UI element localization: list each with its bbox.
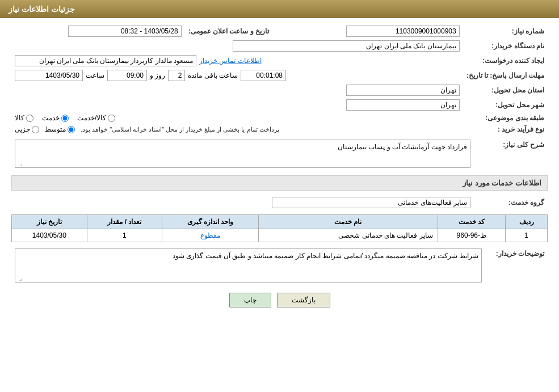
category-khedmat-radio[interactable] — [61, 115, 69, 122]
city-value — [11, 98, 463, 112]
days-label: روز و — [150, 71, 165, 79]
creator-input — [15, 55, 196, 66]
category-kala-radio[interactable] — [26, 115, 33, 122]
purchase-type-jozi: جزیی — [15, 125, 39, 133]
buyer-desc-cell: شرایط شرکت در مناقصه ضمیمه میگردد /تمامی… — [11, 247, 485, 284]
col-header-name: نام خدمت — [259, 215, 438, 229]
buyer-desc-text: شرایط شرکت در مناقصه ضمیمه میگردد /تمامی… — [173, 252, 478, 260]
description-cell: قرارداد جهت آزمایشات آب و پساب بیمارستان… — [11, 138, 474, 170]
purchase-type-motawaset: متوسط — [45, 125, 75, 133]
row-qty: 1 — [87, 229, 162, 242]
response-days-input — [168, 70, 185, 81]
response-deadline-label: مهلت ارسال پاسخ: تا تاریخ: — [463, 68, 548, 83]
province-label: استان محل تحویل: — [463, 83, 548, 98]
row-date: 1403/05/30 — [12, 229, 87, 242]
services-table: ردیف کد خدمت نام خدمت واحد اندازه گیری ت… — [11, 214, 548, 242]
announce-datetime-input — [68, 26, 182, 37]
need-number-input — [346, 26, 460, 37]
description-text: قرارداد جهت آزمایشات آب و پساب بیمارستان — [338, 143, 467, 151]
purchase-motawaset-radio[interactable] — [68, 126, 75, 133]
creator-value: اطلاعات تماس خریدار — [11, 53, 463, 68]
purchase-jozi-radio[interactable] — [32, 126, 39, 133]
buyer-name-value — [11, 39, 463, 53]
buyer-desc-label: توضیحات خریدار: — [485, 247, 548, 284]
purchase-note: پرداخت تمام یا بخشی از مبلغ خریدار از مح… — [81, 126, 279, 133]
category-kala-khedmat-label: کالا/خدمت — [77, 114, 106, 122]
service-group-label: گروه خدمت: — [474, 195, 548, 210]
row-number: 1 — [506, 229, 548, 242]
remaining-label: ساعت باقی مانده — [188, 71, 238, 79]
row-name: سایر فعالیت های خدماتی شخصی — [259, 229, 438, 242]
buyer-desc-table: توضیحات خریدار: شرایط شرکت در مناقصه ضمی… — [11, 247, 548, 284]
city-label: شهر محل تحویل: — [463, 98, 548, 112]
service-group-value — [11, 195, 474, 210]
purchase-type-row: پرداخت تمام یا بخشی از مبلغ خریدار از مح… — [11, 124, 463, 135]
buyer-resize-handle-icon: ⌟ — [16, 275, 22, 281]
button-group: بازگشت چاپ — [11, 293, 548, 307]
col-header-date: تاریخ نیاز — [12, 215, 87, 229]
creator-contact-link[interactable]: اطلاعات تماس خریدار — [199, 57, 262, 65]
city-input — [346, 99, 460, 111]
main-content: شماره نیاز: تاریخ و ساعت اعلان عمومی: نا… — [0, 18, 559, 322]
buyer-name-label: نام دستگاه خریدار: — [463, 39, 548, 53]
table-row: 1 ط-96-960 سایر فعالیت های خدماتی شخصی م… — [12, 229, 548, 242]
page-title: جزئیات اطلاعات نیاز — [9, 5, 75, 14]
response-time-input — [107, 70, 147, 81]
response-date-input — [15, 70, 83, 81]
description-box: قرارداد جهت آزمایشات آب و پساب بیمارستان… — [15, 140, 470, 168]
print-button[interactable]: چاپ — [229, 293, 271, 307]
response-remaining-input — [241, 70, 286, 81]
need-number-value — [289, 24, 463, 39]
category-khedmat-label: خدمت — [42, 114, 60, 122]
page-header: جزئیات اطلاعات نیاز — [0, 0, 559, 18]
province-value — [11, 83, 463, 98]
row-unit: مقطوع — [162, 229, 259, 242]
province-input — [346, 85, 460, 96]
announce-datetime-label: تاریخ و ساعت اعلان عمومی: — [185, 24, 272, 39]
category-kala-label: کالا — [15, 114, 24, 122]
purchase-motawaset-label: متوسط — [45, 125, 66, 133]
time-label: ساعت — [86, 71, 104, 79]
col-header-code: کد خدمت — [438, 215, 505, 229]
watermark-area: ردیف کد خدمت نام خدمت واحد اندازه گیری ت… — [11, 214, 548, 242]
category-options: کالا خدمت کالا/خدمت — [11, 112, 463, 124]
back-button[interactable]: بازگشت — [277, 293, 330, 307]
service-group-table: گروه خدمت: — [11, 195, 548, 210]
announce-datetime-value — [11, 24, 185, 39]
col-header-qty: تعداد / مقدار — [87, 215, 162, 229]
category-kala-khedmat-item: کالا/خدمت — [77, 114, 115, 122]
page-wrapper: جزئیات اطلاعات نیاز شماره نیاز: تاریخ و … — [0, 0, 559, 392]
description-label: شرح کلی نیاز: — [474, 138, 548, 170]
category-kala-item: کالا — [15, 114, 33, 122]
description-table: شرح کلی نیاز: قرارداد جهت آزمایشات آب و … — [11, 138, 548, 170]
col-header-unit: واحد اندازه گیری — [162, 215, 259, 229]
creator-label: ایجاد کننده درخواست: — [463, 53, 548, 68]
col-header-row: ردیف — [506, 215, 548, 229]
category-khedmat-item: خدمت — [42, 114, 69, 122]
buyer-desc-box: شرایط شرکت در مناقصه ضمیمه میگردد /تمامی… — [15, 248, 482, 283]
purchase-jozi-label: جزیی — [15, 125, 30, 133]
category-kala-khedmat-radio[interactable] — [108, 115, 115, 122]
purchase-type-label: نوع فرآیند خرید : — [463, 124, 548, 135]
main-info-table: شماره نیاز: تاریخ و ساعت اعلان عمومی: نا… — [11, 24, 548, 135]
need-number-label: شماره نیاز: — [463, 24, 548, 39]
row-code: ط-96-960 — [438, 229, 505, 242]
services-section-title: اطلاعات خدمات مورد نیاز — [11, 175, 548, 191]
buyer-name-input — [233, 40, 460, 52]
service-group-input — [272, 197, 470, 208]
response-deadline-row: ساعت باقی مانده روز و ساعت — [11, 68, 463, 83]
category-label: طبقه بندی موضوعی: — [463, 112, 548, 124]
resize-handle-icon: ⌟ — [16, 161, 22, 166]
